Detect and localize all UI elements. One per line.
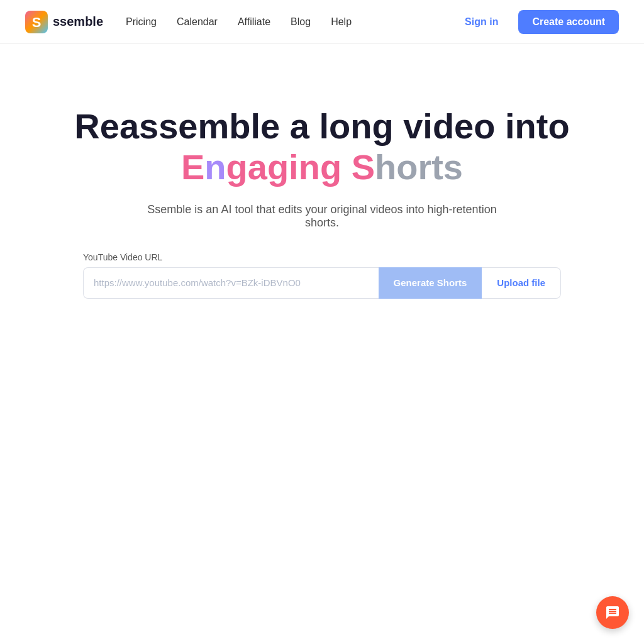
- nav-item-pricing[interactable]: Pricing: [126, 16, 157, 28]
- input-row: Generate Shorts Upload file: [83, 267, 561, 299]
- logo-icon: S: [25, 11, 48, 33]
- nav-links: Pricing Calendar Affiliate Blog Help: [126, 16, 352, 28]
- shorts-s: S: [352, 147, 375, 187]
- chat-icon: [605, 605, 620, 620]
- nav-link-affiliate[interactable]: Affiliate: [238, 16, 270, 27]
- navbar: S ssemble Pricing Calendar Affiliate Blo…: [0, 0, 644, 44]
- nav-link-pricing[interactable]: Pricing: [126, 16, 157, 27]
- sign-in-button[interactable]: Sign in: [455, 11, 508, 33]
- nav-item-blog[interactable]: Blog: [291, 16, 311, 28]
- hero-title-line1: Reassemble a long video into: [74, 107, 569, 146]
- nav-item-help[interactable]: Help: [331, 16, 352, 28]
- nav-left: S ssemble Pricing Calendar Affiliate Blo…: [25, 11, 352, 33]
- logo-link[interactable]: S ssemble: [25, 11, 103, 33]
- url-input-label: YouTube Video URL: [83, 252, 162, 262]
- logo-text: ssemble: [53, 14, 103, 29]
- nav-link-help[interactable]: Help: [331, 16, 352, 27]
- nav-link-blog[interactable]: Blog: [291, 16, 311, 27]
- generate-shorts-button[interactable]: Generate Shorts: [379, 267, 482, 299]
- input-section: YouTube Video URL Generate Shorts Upload…: [83, 252, 561, 299]
- create-account-button[interactable]: Create account: [518, 10, 619, 34]
- engaging-n: n: [204, 147, 226, 187]
- chat-widget[interactable]: [596, 596, 629, 629]
- engaging-text: Engaging: [181, 147, 341, 187]
- nav-item-affiliate[interactable]: Affiliate: [238, 16, 270, 28]
- svg-text:S: S: [32, 14, 42, 30]
- hero-title-line2: Engaging Shorts: [181, 146, 463, 188]
- nav-right: Sign in Create account: [455, 10, 619, 34]
- nav-item-calendar[interactable]: Calendar: [177, 16, 218, 28]
- hero-subtitle: Ssemble is an AI tool that edits your or…: [133, 203, 511, 230]
- shorts-text: Shorts: [352, 147, 463, 187]
- hero-section: Reassemble a long video into Engaging Sh…: [0, 44, 644, 299]
- youtube-url-input[interactable]: [83, 267, 379, 299]
- upload-file-button[interactable]: Upload file: [482, 267, 561, 299]
- shorts-horts: horts: [375, 147, 463, 187]
- nav-link-calendar[interactable]: Calendar: [177, 16, 218, 27]
